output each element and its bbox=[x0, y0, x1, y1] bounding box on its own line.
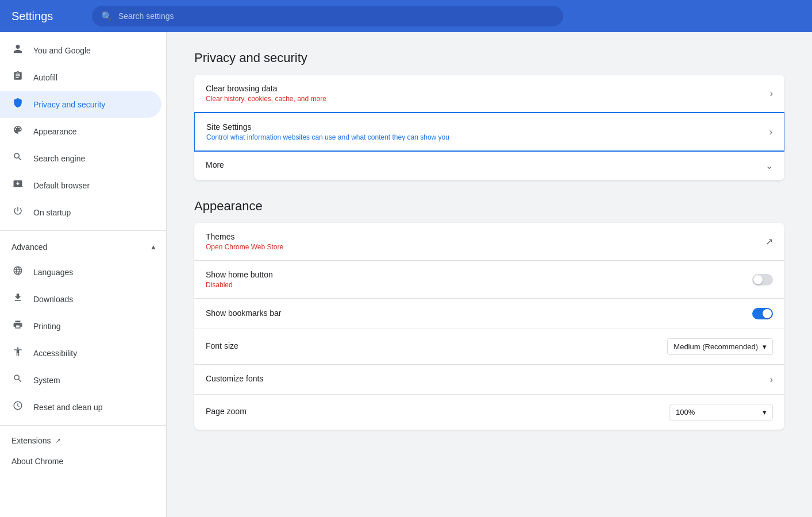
sidebar-label-reset-and-clean-up: Reset and clean up bbox=[33, 403, 103, 412]
card-item-themes[interactable]: Themes Open Chrome Web Store ↗ bbox=[194, 223, 784, 261]
sidebar-icon-on-startup bbox=[11, 206, 24, 219]
sidebar-label-printing: Printing bbox=[33, 322, 60, 331]
about-chrome-label: About Chrome bbox=[11, 457, 63, 466]
card-privacy-section: Clear browsing data Clear history, cooki… bbox=[194, 75, 784, 180]
dropdown-arrow-icon: ▾ bbox=[763, 408, 767, 416]
sidebar-icon-appearance bbox=[11, 125, 24, 138]
dropdown-arrow-icon: ▾ bbox=[763, 342, 767, 351]
card-item-show-home-button[interactable]: Show home button Disabled bbox=[194, 261, 784, 299]
card-item-page-zoom[interactable]: Page zoom 100% ▾ bbox=[194, 395, 784, 430]
card-item-site-settings[interactable]: Site Settings Control what information w… bbox=[194, 112, 784, 152]
card-item-text-site-settings: Site Settings Control what information w… bbox=[206, 122, 449, 141]
sidebar-icon-system bbox=[11, 373, 24, 387]
card-item-subtitle-site-settings: Control what information websites can us… bbox=[206, 133, 449, 141]
card-item-text-show-bookmarks-bar: Show bookmarks bar bbox=[206, 308, 282, 319]
arrow-icon: › bbox=[770, 375, 773, 385]
sidebar-item-appearance[interactable]: Appearance bbox=[0, 118, 161, 145]
card-item-title-show-bookmarks-bar: Show bookmarks bar bbox=[206, 308, 282, 318]
sidebar-item-you-and-google[interactable]: You and Google bbox=[0, 37, 161, 64]
sidebar-item-system[interactable]: System bbox=[0, 366, 161, 393]
header: Settings 🔍 bbox=[0, 0, 812, 32]
search-input[interactable] bbox=[118, 11, 554, 21]
card-item-more[interactable]: More ⌄ bbox=[194, 151, 784, 180]
toggle-show-bookmarks-bar[interactable] bbox=[752, 308, 773, 319]
sidebar-icon-printing bbox=[11, 319, 24, 333]
advanced-label: Advanced bbox=[11, 242, 47, 252]
search-bar[interactable]: 🔍 bbox=[92, 6, 563, 26]
sidebar-icon-search-engine bbox=[11, 152, 24, 165]
sidebar-icon-accessibility bbox=[11, 346, 24, 360]
sidebar-item-about-chrome[interactable]: About Chrome bbox=[0, 451, 166, 472]
sidebar-label-accessibility: Accessibility bbox=[33, 349, 77, 358]
section-title-appearance-section: Appearance bbox=[194, 199, 784, 214]
sidebar-label-you-and-google: You and Google bbox=[33, 46, 91, 55]
card-item-title-site-settings: Site Settings bbox=[206, 122, 449, 132]
card-item-title-page-zoom: Page zoom bbox=[206, 407, 247, 416]
sidebar-item-autofill[interactable]: Autofill bbox=[0, 64, 161, 91]
sidebar-item-search-engine[interactable]: Search engine bbox=[0, 145, 161, 172]
dropdown-page-zoom[interactable]: 100% ▾ bbox=[669, 404, 773, 420]
card-item-customize-fonts[interactable]: Customize fonts › bbox=[194, 365, 784, 395]
card-item-title-customize-fonts: Customize fonts bbox=[206, 374, 263, 383]
sidebar-icon-downloads bbox=[11, 292, 24, 306]
sidebar-icon-languages bbox=[11, 265, 24, 279]
card-item-text-customize-fonts: Customize fonts bbox=[206, 374, 263, 385]
sidebar-icon-reset-and-clean-up bbox=[11, 400, 24, 414]
section-title-privacy-section: Privacy and security bbox=[194, 51, 784, 65]
sidebar-label-autofill: Autofill bbox=[33, 73, 57, 82]
sidebar-advanced-header[interactable]: Advanced ▲ bbox=[0, 236, 166, 258]
card-item-text-clear-browsing-data: Clear browsing data Clear history, cooki… bbox=[206, 84, 326, 103]
chevron-down-icon: ⌄ bbox=[765, 160, 773, 171]
advanced-chevron-icon: ▲ bbox=[150, 243, 157, 251]
sidebar-label-search-engine: Search engine bbox=[33, 154, 85, 163]
sidebar-icon-default-browser bbox=[11, 179, 24, 192]
arrow-icon: › bbox=[770, 88, 773, 99]
sidebar-item-printing[interactable]: Printing bbox=[0, 312, 161, 339]
sidebar-label-downloads: Downloads bbox=[33, 295, 73, 304]
card-item-font-size[interactable]: Font size Medium (Recommended) ▾ bbox=[194, 329, 784, 365]
dropdown-value-page-zoom: 100% bbox=[676, 408, 695, 416]
sidebar: You and Google Autofill Privacy and secu… bbox=[0, 32, 167, 517]
external-link-icon: ↗ bbox=[55, 437, 61, 445]
card-item-show-bookmarks-bar[interactable]: Show bookmarks bar bbox=[194, 299, 784, 329]
search-icon: 🔍 bbox=[101, 11, 113, 22]
sidebar-item-languages[interactable]: Languages bbox=[0, 258, 161, 285]
sidebar-item-accessibility[interactable]: Accessibility bbox=[0, 339, 161, 366]
card-item-subtitle-themes: Open Chrome Web Store bbox=[206, 243, 283, 251]
dropdown-value-font-size: Medium (Recommended) bbox=[674, 342, 758, 351]
card-item-subtitle-show-home-button: Disabled bbox=[206, 281, 273, 289]
card-item-title-clear-browsing-data: Clear browsing data bbox=[206, 84, 326, 93]
sidebar-item-default-browser[interactable]: Default browser bbox=[0, 172, 161, 199]
sidebar-item-on-startup[interactable]: On startup bbox=[0, 199, 161, 226]
card-item-subtitle-clear-browsing-data: Clear history, cookies, cache, and more bbox=[206, 95, 326, 103]
external-link-icon: ↗ bbox=[765, 236, 773, 247]
sidebar-item-extensions[interactable]: Extensions ↗ bbox=[0, 430, 166, 451]
sidebar-label-languages: Languages bbox=[33, 268, 73, 277]
sidebar-label-on-startup: On startup bbox=[33, 208, 71, 217]
sidebar-icon-autofill bbox=[11, 71, 24, 84]
sidebar-item-reset-and-clean-up[interactable]: Reset and clean up bbox=[0, 393, 161, 420]
sidebar-icon-you-and-google bbox=[11, 44, 24, 57]
sidebar-label-system: System bbox=[33, 376, 60, 385]
sidebar-divider-1 bbox=[0, 230, 166, 231]
sidebar-label-privacy-and-security: Privacy and security bbox=[33, 100, 105, 109]
sidebar-label-default-browser: Default browser bbox=[33, 181, 90, 190]
sidebar-item-privacy-and-security[interactable]: Privacy and security bbox=[0, 91, 161, 118]
card-appearance-section: Themes Open Chrome Web Store ↗ Show home… bbox=[194, 223, 784, 430]
sidebar-icon-privacy-and-security bbox=[11, 98, 24, 111]
card-item-text-themes: Themes Open Chrome Web Store bbox=[206, 232, 283, 251]
card-item-title-themes: Themes bbox=[206, 232, 283, 241]
app-title: Settings bbox=[11, 10, 80, 23]
card-item-text-page-zoom: Page zoom bbox=[206, 407, 247, 418]
card-item-title-show-home-button: Show home button bbox=[206, 270, 273, 279]
toggle-show-home-button[interactable] bbox=[752, 274, 773, 285]
dropdown-font-size[interactable]: Medium (Recommended) ▾ bbox=[667, 338, 773, 355]
sidebar-divider-2 bbox=[0, 425, 166, 426]
sidebar-item-downloads[interactable]: Downloads bbox=[0, 285, 161, 312]
card-item-text-show-home-button: Show home button Disabled bbox=[206, 270, 273, 289]
card-item-text-font-size: Font size bbox=[206, 341, 238, 352]
main-content: Privacy and security Clear browsing data… bbox=[167, 32, 812, 517]
card-item-title-font-size: Font size bbox=[206, 341, 238, 350]
card-item-text-more: More bbox=[206, 160, 224, 171]
card-item-clear-browsing-data[interactable]: Clear browsing data Clear history, cooki… bbox=[194, 75, 784, 113]
